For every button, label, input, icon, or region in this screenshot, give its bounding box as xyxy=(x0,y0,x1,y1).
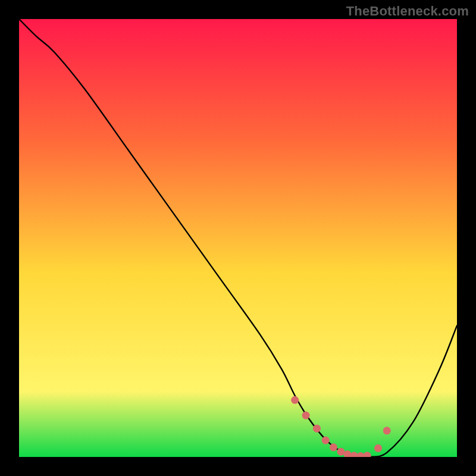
watermark-text: TheBottleneck.com xyxy=(346,4,469,19)
chart-svg xyxy=(19,19,457,457)
marker-dot xyxy=(344,450,352,457)
optimal-range-markers xyxy=(291,396,391,457)
marker-dot xyxy=(357,452,365,457)
marker-dot xyxy=(322,437,330,444)
marker-dot xyxy=(291,396,299,404)
chart-container: TheBottleneck.com xyxy=(0,0,476,476)
marker-dot xyxy=(330,443,337,451)
marker-dot xyxy=(313,425,321,433)
marker-dot xyxy=(383,427,391,434)
marker-dot xyxy=(364,452,371,457)
plot-area xyxy=(19,19,457,457)
marker-dot xyxy=(302,412,310,419)
marker-dot xyxy=(374,444,382,452)
bottleneck-curve xyxy=(19,19,457,457)
